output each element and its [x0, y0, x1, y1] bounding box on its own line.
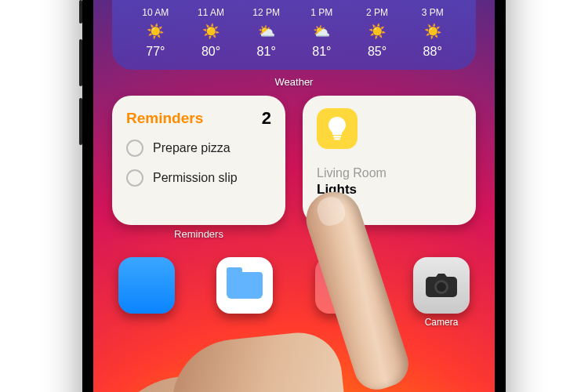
home-room-label: Living Room: [317, 166, 462, 180]
partly-cloudy-icon: ⛅: [294, 23, 350, 40]
camera-app-icon[interactable]: [413, 257, 470, 314]
reminders-widget-label: Reminders: [112, 228, 285, 240]
sun-icon: ☀️: [128, 23, 183, 40]
app-icon[interactable]: [118, 257, 175, 314]
camera-icon: [425, 273, 458, 298]
forecast-hour: 1 PM ⛅ 81°: [294, 7, 350, 59]
sun-icon: ☀️: [350, 23, 405, 40]
forecast-hour: 3 PM ☀️ 88°: [405, 7, 460, 59]
lightbulb-icon[interactable]: [317, 108, 358, 149]
folder-icon: [227, 272, 263, 299]
home-device-name: Lights: [317, 182, 462, 198]
reminder-check-circle[interactable]: [126, 140, 143, 157]
reminders-widget[interactable]: Reminders 2 Prepare pizza Permission sli…: [112, 96, 285, 225]
forecast-hour: 10 AM ☀️ 77°: [128, 7, 183, 59]
home-brightness-level: 100%: [317, 198, 462, 211]
reminders-title: Reminders: [126, 110, 203, 127]
svg-point-4: [437, 282, 446, 292]
svg-rect-1: [334, 138, 340, 140]
home-widget-label: [303, 228, 476, 240]
sun-icon: ☀️: [405, 23, 460, 40]
reminder-item[interactable]: Permission slip: [126, 169, 271, 187]
app-icon-row: Camera: [118, 257, 470, 328]
hourly-forecast: 10 AM ☀️ 77° 11 AM ☀️ 80° 12 PM ⛅ 81° 1 …: [128, 7, 460, 59]
home-lights-widget[interactable]: Living Room Lights 100%: [303, 96, 476, 225]
phone-frame: Sonoma 76° ☀️ Sunny H:82° L:57° 10 AM ☀️…: [82, 0, 506, 392]
sun-icon: ☀️: [183, 23, 239, 40]
camera-app-label: Camera: [413, 317, 470, 328]
weather-widget-label: Weather: [93, 76, 495, 88]
forecast-hour: 11 AM ☀️ 80°: [183, 7, 239, 59]
volume-up-button[interactable]: [79, 39, 82, 86]
forecast-hour: 12 PM ⛅ 81°: [238, 7, 294, 59]
weather-widget[interactable]: Sonoma 76° ☀️ Sunny H:82° L:57° 10 AM ☀️…: [112, 0, 476, 70]
reminders-count: 2: [262, 108, 271, 129]
reminder-check-circle[interactable]: [126, 169, 143, 187]
app-icon[interactable]: [315, 257, 372, 314]
mute-switch[interactable]: [79, 0, 82, 24]
reminder-item[interactable]: Prepare pizza: [126, 140, 271, 157]
svg-rect-0: [333, 136, 341, 137]
forecast-hour: 2 PM ☀️ 85°: [350, 7, 405, 59]
home-screen[interactable]: Sonoma 76° ☀️ Sunny H:82° L:57° 10 AM ☀️…: [93, 0, 495, 392]
partly-cloudy-icon: ⛅: [238, 23, 294, 40]
files-app-icon[interactable]: [216, 257, 273, 314]
volume-down-button[interactable]: [79, 98, 82, 145]
